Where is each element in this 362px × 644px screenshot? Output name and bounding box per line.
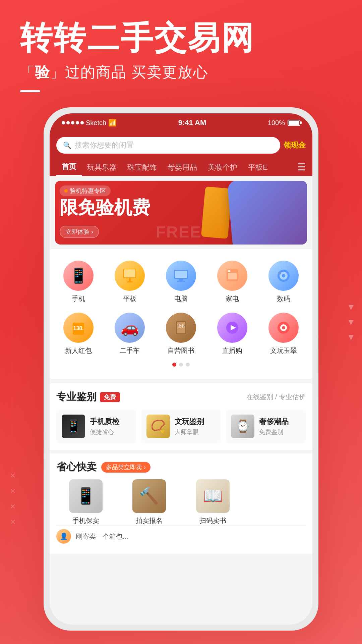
search-area: 🔍 搜索你想要的闲置 领现金	[50, 132, 312, 158]
page-dot-2	[179, 363, 183, 367]
quick-sell-label-scan: 扫码卖书	[199, 516, 226, 525]
category-icon-culture	[268, 313, 299, 343]
banner[interactable]: 验机特惠专区 限免验机费 立即体验 › FREE	[55, 181, 307, 245]
nav-tabs: 首页 玩具乐器 珠宝配饰 母婴用品 美妆个护 平板E ☰	[50, 158, 312, 176]
signal-dot-4	[76, 121, 79, 124]
category-label-culture: 文玩玉翠	[270, 346, 297, 355]
category-item-phone[interactable]: 📱 手机	[53, 256, 104, 308]
quick-sell-item-auction[interactable]: 🔨 拍卖报名	[120, 479, 179, 525]
category-item-book[interactable]: 读书 自营图书	[156, 308, 207, 360]
appraisal-item-title-luxury: 奢侈潮品	[259, 417, 289, 427]
category-grid-row1: 📱 手机 平板 电脑	[50, 256, 312, 360]
recent-text: 刚寄卖一个箱包...	[76, 532, 306, 541]
category-label-phone: 手机	[72, 294, 85, 303]
search-bar[interactable]: 🔍 搜索你想要的闲置	[56, 137, 280, 154]
nav-tab-home[interactable]: 首页	[56, 158, 82, 176]
appraisal-item-desc-luxury: 免费鉴别	[259, 428, 289, 436]
category-item-live[interactable]: 直播购	[206, 308, 258, 360]
appraisal-text-luxury: 奢侈潮品 免费鉴别	[259, 417, 289, 436]
category-icon-redpacket: 138.	[63, 313, 94, 343]
category-item-digital[interactable]: 数码	[258, 256, 309, 308]
phone-mockup: Sketch 📶 9:41 AM 100% 🔍 搜索你想要的闲置 领现金	[44, 107, 318, 631]
quick-sell-grid: 📱 手机保卖 🔨 拍卖报名 📖 扫码卖书	[56, 479, 306, 525]
signal-dot-3	[71, 121, 74, 124]
appraisal-text-phone: 手机质检 便捷省心	[90, 417, 119, 436]
banner-sub-button[interactable]: 立即体验 ›	[60, 226, 99, 238]
search-placeholder-text: 搜索你想要的闲置	[75, 140, 134, 150]
category-label-book: 自营图书	[168, 346, 194, 355]
category-icon-computer	[166, 261, 196, 291]
quick-sell-item-extra	[247, 479, 306, 525]
battery-icon	[288, 120, 300, 126]
svg-rect-7	[177, 281, 185, 282]
cash-button[interactable]: 领现金	[284, 140, 306, 150]
signal-dot-2	[66, 121, 70, 124]
app-subtitle: 「验」过的商品 买卖更放心	[20, 62, 342, 82]
category-label-digital: 数码	[277, 294, 290, 303]
svg-rect-5	[175, 271, 187, 278]
subtitle-bracket-left: 「	[20, 64, 35, 80]
recent-avatar: 👤	[56, 529, 71, 544]
signal-dot-1	[62, 121, 65, 124]
banner-badge: 验机特惠专区	[60, 185, 111, 196]
appraisal-item-title-phone: 手机质检	[90, 417, 119, 427]
svg-rect-3	[127, 281, 133, 282]
appraisal-item-jewelry[interactable]: 📿 文玩鉴别 大师掌眼	[141, 409, 221, 443]
quick-sell-label-auction: 拍卖报名	[136, 516, 163, 525]
category-item-tablet[interactable]: 平板	[104, 256, 156, 308]
page-dots-indicator	[50, 360, 312, 372]
nav-tab-tablet[interactable]: 平板E	[243, 159, 273, 176]
quick-sell-item-phone[interactable]: 📱 手机保卖	[56, 479, 115, 525]
appraisal-link[interactable]: 在线鉴别 / 专业估价	[246, 392, 306, 401]
banner-phone-image	[227, 181, 307, 245]
category-icon-book: 读书	[166, 313, 196, 343]
category-label-redpacket: 新人红包	[65, 346, 92, 355]
app-title: 转转二手交易网	[20, 20, 342, 56]
subtitle-bracket-right: 」	[50, 64, 65, 80]
status-right: 100%	[268, 119, 300, 127]
phone-inner: Sketch 📶 9:41 AM 100% 🔍 搜索你想要的闲置 领现金	[50, 113, 312, 625]
nav-tab-jewelry[interactable]: 珠宝配饰	[122, 159, 162, 176]
nav-tab-beauty[interactable]: 美妆个护	[202, 159, 243, 176]
appraisal-header: 专业鉴别 免费 在线鉴别 / 专业估价	[56, 390, 306, 404]
category-label-tablet: 平板	[123, 294, 136, 303]
appraisal-title: 专业鉴别 免费	[56, 390, 120, 404]
category-item-redpacket[interactable]: 138. 新人红包	[53, 308, 104, 360]
appraisal-item-title-jewelry: 文玩鉴别	[175, 417, 204, 427]
category-label-computer: 电脑	[174, 294, 188, 303]
category-item-appliance[interactable]: 家电	[206, 256, 258, 308]
appraisal-badge: 免费	[100, 392, 120, 402]
banner-free-text: FREE	[156, 223, 201, 241]
svg-text:读书: 读书	[177, 324, 185, 328]
banner-badge-text: 验机特惠专区	[70, 187, 106, 195]
category-item-car[interactable]: 🚗 二手车	[104, 308, 156, 360]
subtitle-rest: 过的商品 买卖更放心	[65, 64, 208, 80]
appraisal-item-desc-jewelry: 大师掌眼	[175, 428, 204, 436]
appraisal-items: 📱 手机质检 便捷省心 📿 文玩鉴别 大师掌眼	[56, 409, 306, 443]
wifi-icon: 📶	[108, 119, 117, 127]
page-dot-1	[172, 363, 176, 367]
banner-main-text: 限免验机费	[60, 198, 150, 217]
nav-menu-icon[interactable]: ☰	[297, 162, 306, 173]
quick-sell-tag[interactable]: 多品类立即卖 ›	[101, 462, 150, 473]
page-dot-3	[186, 363, 190, 367]
category-label-car: 二手车	[120, 346, 140, 355]
category-label-live: 直播购	[222, 346, 242, 355]
phone-outer: Sketch 📶 9:41 AM 100% 🔍 搜索你想要的闲置 领现金	[44, 107, 318, 631]
nav-tab-baby[interactable]: 母婴用品	[162, 159, 202, 176]
svg-rect-2	[129, 278, 131, 282]
battery-fill	[289, 121, 299, 125]
quick-sell-section: 省心快卖 多品类立即卖 › 📱 手机保卖 🔨 拍卖报名 📖 扫码卖书	[50, 453, 312, 554]
category-item-culture[interactable]: 文玩玉翠	[258, 308, 309, 360]
banner-coupon	[201, 186, 232, 239]
svg-rect-10	[228, 270, 230, 272]
appraisal-section: 专业鉴别 免费 在线鉴别 / 专业估价 📱 手机质检 便捷省心 📿	[50, 383, 312, 450]
category-label-appliance: 家电	[226, 294, 239, 303]
signal-dot-5	[80, 121, 84, 124]
category-item-computer[interactable]: 电脑	[156, 256, 207, 308]
quick-sell-item-scan[interactable]: 📖 扫码卖书	[183, 479, 242, 525]
appraisal-item-phone[interactable]: 📱 手机质检 便捷省心	[56, 409, 136, 443]
signal-dots	[62, 121, 84, 124]
appraisal-item-luxury[interactable]: ⌚ 奢侈潮品 免费鉴别	[226, 409, 306, 443]
nav-tab-toys[interactable]: 玩具乐器	[82, 159, 122, 176]
